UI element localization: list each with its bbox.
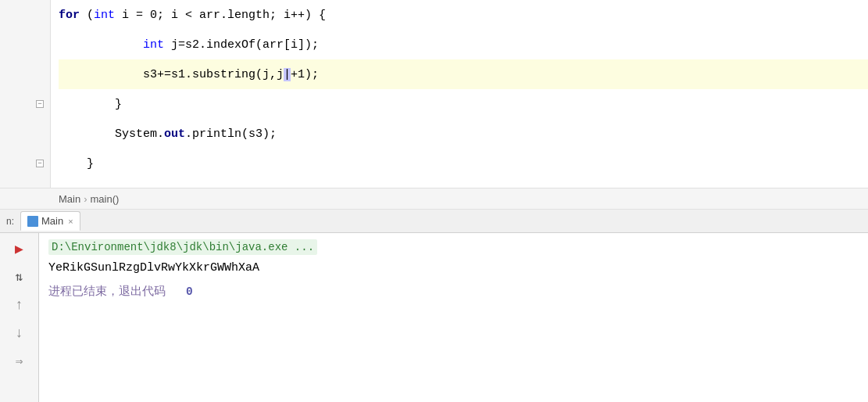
token-system: System.	[115, 127, 164, 141]
token-indent5	[59, 127, 115, 141]
console-tab-main[interactable]: Main ×	[20, 211, 80, 231]
code-line-4[interactable]: }	[59, 89, 868, 119]
code-line-1[interactable]: for (int i = 0; i < arr.length; i++) {	[59, 0, 868, 30]
token-int2: int	[143, 38, 164, 52]
gutter-row-4: −	[33, 89, 44, 119]
down-button[interactable]: ↓	[10, 324, 29, 343]
breadcrumb-bar: Main › main()	[0, 188, 868, 210]
console-panel: n: Main × ▶ ⇅ ↑ ↓ ⇒ D:\Environment\jdk8\…	[0, 210, 868, 402]
token-j-line: j=s2.indexOf(arr[i]);	[164, 38, 319, 52]
sort-button[interactable]: ⇅	[10, 267, 29, 286]
console-toolbar: ▶ ⇅ ↑ ↓ ⇒	[0, 233, 39, 402]
token-indent4	[59, 98, 115, 111]
token-indent3	[59, 68, 143, 81]
code-line-5[interactable]: System.out.println(s3);	[59, 119, 868, 149]
breadcrumb-main[interactable]: Main	[59, 193, 80, 205]
fold-icon-4[interactable]: −	[36, 100, 44, 108]
token-for-rest: i = 0; i < arr.length; i++) {	[115, 9, 326, 22]
console-program-output: YeRikGSunlRzgDlvRwYkXkrGWWhXaA	[48, 261, 859, 275]
token-s3-suffix: +1);	[291, 68, 319, 81]
token-brace6: }	[87, 157, 94, 170]
token-println: .println(s3);	[185, 127, 277, 141]
console-tab-bar: n: Main ×	[0, 210, 868, 233]
console-body: ▶ ⇅ ↑ ↓ ⇒ D:\Environment\jdk8\jdk\bin\ja…	[0, 233, 868, 402]
wrap-button[interactable]: ⇒	[10, 352, 29, 371]
token-out: out	[164, 127, 185, 141]
token-s3-prefix: s3+=s1.substring(j,j	[143, 68, 284, 81]
token-brace4: }	[115, 98, 122, 111]
console-output-area: D:\Environment\jdk8\jdk\bin\java.exe ...…	[39, 233, 868, 402]
code-line-6[interactable]: }	[59, 149, 868, 178]
token-cursor-j: |	[284, 68, 291, 81]
fold-icon-6[interactable]: −	[36, 160, 44, 167]
console-left-label: n:	[6, 216, 14, 227]
gutter-row-6: −	[33, 149, 44, 178]
console-command-line: D:\Environment\jdk8\jdk\bin\java.exe ...	[48, 239, 317, 255]
breadcrumb-method[interactable]: main()	[91, 193, 120, 205]
console-exit-message: 进程已结束，退出代码 0	[48, 284, 859, 299]
line-gutter: − −	[0, 0, 51, 188]
code-editor: − − for (int i = 0; i < arr.length; i++)…	[0, 0, 868, 188]
console-exit-code: 0	[186, 285, 193, 298]
up-button[interactable]: ↑	[10, 296, 29, 314]
console-exit-text: 进程已结束，退出代码	[48, 285, 166, 298]
console-tab-label: Main	[41, 215, 63, 227]
token-for: for	[59, 9, 80, 22]
token-indent6	[59, 157, 87, 170]
token-indent2	[59, 38, 143, 52]
run-button[interactable]: ▶	[10, 239, 29, 258]
token-int1: int	[94, 9, 115, 22]
breadcrumb-separator: ›	[84, 193, 87, 205]
code-lines-container: for (int i = 0; i < arr.length; i++) { i…	[51, 0, 868, 188]
tab-icon-main	[27, 216, 38, 227]
code-line-2[interactable]: int j=s2.indexOf(arr[i]);	[59, 30, 868, 59]
console-tab-close[interactable]: ×	[68, 217, 73, 226]
code-line-3[interactable]: s3+=s1.substring(j,j|+1);	[59, 59, 868, 89]
token-space1: (	[80, 9, 94, 22]
